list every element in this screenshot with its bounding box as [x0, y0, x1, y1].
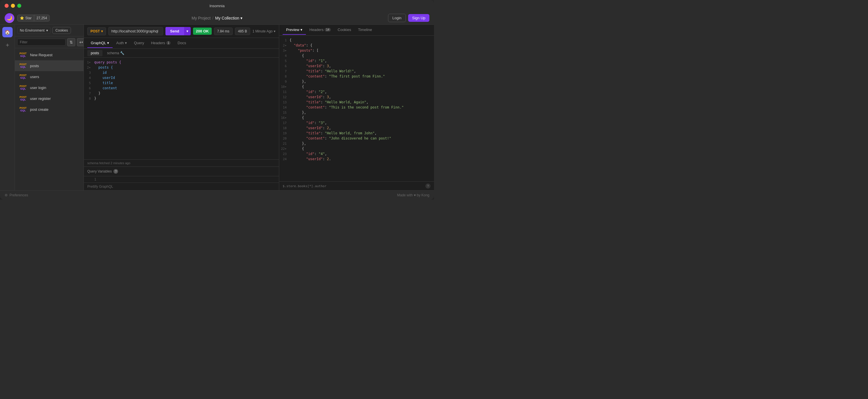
resp-line: 14 "content": "This is the second post f… — [279, 105, 434, 110]
query-variables-header[interactable]: Query Variables ? — [84, 167, 279, 176]
resp-line: 7 "title": "Hello World!", — [279, 69, 434, 74]
resp-line: 19 "title": "Hello World, from John", — [279, 131, 434, 136]
window-title: Insomnia — [209, 4, 225, 8]
tab-auth[interactable]: Auth ▾ — [113, 38, 130, 48]
prettify-button[interactable]: Prettify GraphQL — [87, 185, 113, 189]
star-text: Star — [25, 16, 32, 20]
star-label[interactable]: ⭐ Star — [18, 15, 34, 21]
resp-line: 22▾ { — [279, 146, 434, 152]
query-area: posts schema 🔧 1▾ query posts { 2▾ posts… — [84, 49, 279, 182]
top-toolbar: 🌙 ⭐ Star 27,254 My Project / My Collecti… — [0, 11, 434, 25]
filter-input[interactable] — [17, 39, 65, 46]
tab-timeline[interactable]: Timeline — [354, 25, 375, 35]
code-line: 2▾ posts { — [84, 65, 279, 70]
resp-line: 11 "id": "2", — [279, 90, 434, 95]
code-line: 1▾ query posts { — [84, 60, 279, 65]
request-name: users — [30, 75, 39, 79]
resp-line: 24 "userId": 2. — [279, 157, 434, 162]
send-button[interactable]: Send — [165, 27, 184, 35]
chevron-down-icon: ▾ — [274, 29, 275, 33]
response-panel: Preview ▾ Headers 14 Cookies Timeline 1 — [279, 25, 434, 190]
auth-buttons: Login Sign Up — [388, 14, 429, 22]
environment-selector[interactable]: No Environment ▾ — [17, 27, 51, 34]
resp-line: 9 }, — [279, 79, 434, 85]
resp-line: 1 { — [279, 38, 434, 43]
tab-headers[interactable]: Headers 1 — [148, 38, 174, 48]
subtab-schema[interactable]: schema 🔧 — [104, 50, 128, 56]
method-badge: POST GQL — [19, 63, 28, 69]
list-item[interactable]: POST GQL New Request — [15, 49, 84, 60]
request-panel-header: No Environment ▾ Cookies — [15, 25, 84, 36]
resp-line: 18 "userId": 2, — [279, 126, 434, 131]
resp-line: 16▾ { — [279, 115, 434, 121]
response-filter-input[interactable] — [283, 184, 425, 188]
code-editor[interactable]: 1▾ query posts { 2▾ posts { 3 id 4 userI — [84, 58, 279, 159]
method-badge: POST GQL — [19, 85, 28, 91]
chevron-down-icon: ▾ — [125, 41, 127, 45]
subtab-posts[interactable]: posts — [87, 50, 102, 56]
tab-docs[interactable]: Docs — [174, 38, 190, 48]
cookies-button[interactable]: Cookies — [52, 27, 71, 34]
logo-area: 🌙 ⭐ Star 27,254 — [5, 13, 50, 23]
list-item[interactable]: POST GQL post create — [15, 104, 84, 115]
close-button[interactable] — [5, 4, 9, 8]
filter-bar: ⇅ + ▾ — [15, 36, 84, 48]
list-item[interactable]: POST GQL user login — [15, 82, 84, 93]
editor-area: POST ▾ Send ▾ 200 OK 7.84 ms 485 B 1 Min… — [84, 25, 279, 190]
method-badge: POST GQL — [19, 52, 28, 58]
url-input[interactable] — [108, 27, 163, 35]
method-label: POST — [91, 29, 100, 33]
resp-line: 5 "id": "1", — [279, 59, 434, 64]
home-icon-button[interactable]: 🏠 — [2, 27, 13, 37]
plus-icon: + — [79, 40, 81, 44]
fullscreen-button[interactable] — [17, 4, 21, 8]
list-item[interactable]: POST GQL users — [15, 71, 84, 82]
star-button[interactable]: ⭐ Star 27,254 — [17, 14, 50, 22]
add-button[interactable]: ＋ — [3, 41, 11, 49]
resp-line: 3▾ "posts": [ — [279, 48, 434, 54]
query-variables-section: Query Variables ? 1 — [84, 167, 279, 182]
query-variables-body: 1 — [84, 176, 279, 182]
tab-preview[interactable]: Preview ▾ — [283, 25, 306, 35]
send-dropdown-button[interactable]: ▾ — [184, 27, 191, 35]
request-name: user login — [30, 86, 46, 90]
url-bar: POST ▾ Send ▾ 200 OK 7.84 ms 485 B 1 Min… — [84, 25, 279, 38]
tab-graphql[interactable]: GraphQL ▾ — [87, 38, 113, 48]
star-icon: ⭐ — [20, 16, 24, 20]
chevron-down-icon: ▾ — [107, 41, 109, 45]
method-selector[interactable]: POST ▾ — [87, 27, 106, 35]
tab-response-headers[interactable]: Headers 14 — [306, 25, 334, 35]
chevron-down-icon: ▾ — [240, 16, 242, 21]
prettify-bar: Prettify GraphQL — [84, 182, 279, 190]
list-item[interactable]: POST GQL user register — [15, 93, 84, 104]
login-button[interactable]: Login — [388, 14, 406, 22]
tab-query[interactable]: Query — [130, 38, 147, 48]
code-line: 3 id — [84, 70, 279, 75]
gear-icon: ⚙ — [5, 193, 8, 197]
help-icon: ? — [114, 169, 118, 174]
resp-line: 15 }, — [279, 110, 434, 115]
resp-line: 12 "userId": 3, — [279, 95, 434, 100]
star-count: 27,254 — [34, 15, 50, 21]
query-subtabs: posts schema 🔧 — [84, 49, 279, 58]
collection-name[interactable]: My Collection ▾ — [215, 16, 242, 21]
timestamp-badge[interactable]: 1 Minute Ago ▾ — [252, 29, 275, 33]
tab-cookies[interactable]: Cookies — [334, 25, 355, 35]
send-button-group: Send ▾ — [165, 27, 191, 35]
minimize-button[interactable] — [11, 4, 15, 8]
app-window: Insomnia 🌙 ⭐ Star 27,254 My Project / My… — [0, 0, 434, 199]
signup-button[interactable]: Sign Up — [408, 14, 429, 22]
main-area: 🏠 ＋ No Environment ▾ Cookies ⇅ + ▾ — [0, 25, 434, 190]
response-body: 1 { 2▾ "data": { 3▾ "posts": [ 4 { 5 — [279, 36, 434, 181]
help-icon[interactable]: ? — [425, 184, 431, 189]
list-item[interactable]: POST GQL posts — [15, 60, 84, 71]
request-name: New Request — [30, 53, 53, 57]
preferences-button[interactable]: ⚙ Preferences — [5, 193, 28, 197]
project-name[interactable]: My Project — [192, 16, 211, 21]
response-tab-bar: Preview ▾ Headers 14 Cookies Timeline — [279, 25, 434, 36]
app-logo: 🌙 — [5, 13, 14, 23]
resp-line: 23 "id": "4", — [279, 152, 434, 157]
titlebar: Insomnia — [0, 0, 434, 11]
resp-line: 21 }, — [279, 141, 434, 146]
sort-button[interactable]: ⇅ — [67, 38, 75, 46]
